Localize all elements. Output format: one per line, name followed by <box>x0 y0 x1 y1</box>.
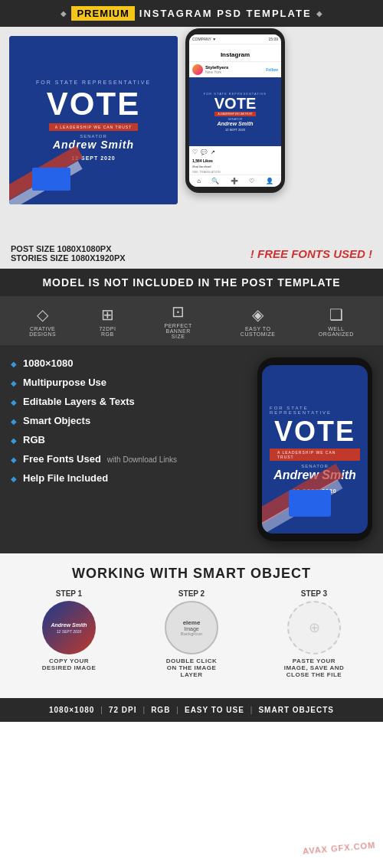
p2-for-state: FOR STATE REPRESENTATIVE <box>270 406 360 415</box>
banner-icon: ⊡ <box>172 302 185 321</box>
spec-free-fonts-extra: with Download Links <box>107 455 177 464</box>
footer-easy-to-use: EASY TO USE <box>185 706 244 714</box>
step-2-caption: DOUBLE CLICK ON THE IMAGE LAYER <box>161 658 222 678</box>
feature-banner-size: ⊡ PERFECTBANNER SIZE <box>159 302 198 339</box>
dpi-icon: ⊞ <box>101 305 114 324</box>
stories-size-line: STORIES SIZE 1080X1920px <box>11 253 126 263</box>
phone-name: Andrew Smith <box>217 121 253 126</box>
spec-multipurpose-text: Multipurpose Use <box>23 377 106 388</box>
p2-tagline: A LEADERSHIP WE CAN TRUST <box>270 449 360 461</box>
nav-profile-icon[interactable]: 👤 <box>266 178 273 184</box>
phone-date: 12 SEPT 2020 <box>225 128 245 132</box>
preview-area: FOR STATE REPRESENTATIVE VOTE A LEADERSH… <box>0 27 383 241</box>
instagram-logo: Instagram <box>221 51 250 58</box>
diamond-icon: ◆ <box>11 379 17 387</box>
step-2-thumbnail: eleme Image Backgroun <box>165 601 218 654</box>
phone-follow-button[interactable]: Follow <box>266 67 278 72</box>
nav-heart-icon[interactable]: ♡ <box>249 178 254 184</box>
footer-dpi: 72 DPI <box>109 706 137 714</box>
post-name: Andrew Smith <box>53 139 134 151</box>
feature-dpi: ⊞ 72DPIRGB <box>99 305 116 337</box>
header: ◆ PREMIUM INSTAGRAM PSD TEMPLATE ◆ <box>0 0 383 27</box>
spec-help-file-text: Help File Included <box>23 472 108 484</box>
phone-tagline: A LEADERSHIP WE CAN TRUST <box>214 112 255 116</box>
model-banner-text: MODEL IS NOT INCLUDED IN THE POST TEMPLA… <box>11 276 372 289</box>
spec-free-fonts: ◆ Free Fonts Used with Download Links <box>11 453 250 465</box>
step-2-label: STEP 2 <box>178 589 205 598</box>
diamond-left-icon: ◆ <box>61 9 67 18</box>
post-vote-text: VOTE <box>47 88 140 120</box>
footer-rgb: RGB <box>151 706 170 714</box>
step-3: STEP 3 ⊕ PASTE YOUR IMAGE, SAVE AND CLOS… <box>256 589 372 678</box>
phone-see-translation[interactable]: SEE TRANSLATION <box>189 169 281 175</box>
header-title: INSTAGRAM PSD TEMPLATE <box>139 8 312 19</box>
phone-vote: VOTE <box>214 96 256 111</box>
spec-rgb: ◆ RGB <box>11 434 250 445</box>
spec-multipurpose: ◆ Multipurpose Use <box>11 377 250 388</box>
nav-home-icon[interactable]: ⌂ <box>197 178 201 184</box>
creative-icon: ◇ <box>37 305 48 324</box>
spec-free-fonts-text: Free Fonts Used <box>23 453 101 465</box>
feature-organized: ❑ WELLORGANIZED <box>319 305 354 337</box>
feature-creative: ◇ CRATIVEDESIGNS <box>29 305 56 337</box>
phone-time: 15:09 <box>268 37 278 41</box>
watermark: AVAX GFX.COM <box>302 840 375 856</box>
specs-section: ◆ 1080×1080 ◆ Multipurpose Use ◆ Editabl… <box>0 345 383 553</box>
smart-object-title: WORKING WITH SMART OBJECT <box>11 566 372 582</box>
spec-layers-text: Editable Layers & Texts <box>23 396 135 407</box>
diamond-icon: ◆ <box>11 436 17 445</box>
step-1: STEP 1 Andrew Smith 12 SEPT 2020 COPY YO… <box>11 589 127 678</box>
spec-resolution-text: 1080×1080 <box>23 357 73 369</box>
size-info-row: POST SIZE 1080x1080px STORIES SIZE 1080X… <box>0 241 383 269</box>
steps-row: STEP 1 Andrew Smith 12 SEPT 2020 COPY YO… <box>11 589 372 678</box>
spec-rgb-text: RGB <box>23 434 45 445</box>
banner-label: PERFECTBANNER SIZE <box>159 323 198 339</box>
comment-icon[interactable]: 💬 <box>201 149 208 155</box>
diamond-icon: ◆ <box>11 417 17 426</box>
organized-icon: ❑ <box>329 305 343 324</box>
phone-mockup-2: FOR STATE REPRESENTATIVE VOTE A LEADERSH… <box>257 357 372 541</box>
model-banner: MODEL IS NOT INCLUDED IN THE POST TEMPLA… <box>0 269 383 296</box>
step-1-label: STEP 1 <box>56 589 82 598</box>
spec-smart-objects: ◆ Smart Objects <box>11 415 250 426</box>
diamond-icon: ◆ <box>11 455 17 464</box>
phone-screen-2: FOR STATE REPRESENTATIVE VOTE A LEADERSH… <box>262 365 368 534</box>
dpi-label: 72DPIRGB <box>99 326 116 337</box>
phone-mockup-1: COMPANY ▼ 15:09 Instagram Styleflyers Ne… <box>185 28 285 193</box>
step-3-caption: PASTE YOUR IMAGE, SAVE AND CLOSE THE FIL… <box>283 658 345 678</box>
organized-label: WELLORGANIZED <box>319 326 354 337</box>
spec-layers: ◆ Editable Layers & Texts <box>11 396 250 407</box>
step-1-thumbnail: Andrew Smith 12 SEPT 2020 <box>42 601 96 654</box>
diamond-icon: ◆ <box>11 398 17 406</box>
phone-screen-1: COMPANY ▼ 15:09 Instagram Styleflyers Ne… <box>189 34 281 187</box>
phone-company: COMPANY ▼ <box>192 37 216 41</box>
nav-add-icon[interactable]: ➕ <box>231 178 238 184</box>
specs-list: ◆ 1080×1080 ◆ Multipurpose Use ◆ Editabl… <box>11 357 250 491</box>
phone-likes: 1,564 Likes <box>189 158 281 164</box>
footer-smart-objects: SMART OBJECTS <box>258 706 334 714</box>
customize-icon: ◈ <box>252 305 264 324</box>
spec-help-file: ◆ Help File Included <box>11 472 250 484</box>
post-size-value: SIZE 1080x1080px <box>36 244 111 253</box>
features-row: ◇ CRATIVEDESIGNS ⊞ 72DPIRGB ⊡ PERFECTBAN… <box>0 296 383 345</box>
share-icon[interactable]: ↗ <box>211 149 215 155</box>
phone-hashtag: #hat #aroload <box>189 164 281 169</box>
post-mockup: FOR STATE REPRESENTATIVE VOTE A LEADERSH… <box>9 36 178 204</box>
feature-customize: ◈ EASY TOCUSTOMIZE <box>241 305 276 337</box>
premium-badge: PREMIUM <box>71 6 134 21</box>
p2-vote-text: VOTE <box>274 418 355 445</box>
nav-search-icon[interactable]: 🔍 <box>211 178 219 184</box>
diamond-icon: ◆ <box>11 475 17 483</box>
step-2: STEP 2 eleme Image Backgroun DOUBLE CLIC… <box>133 589 250 678</box>
footer-resolution: 1080×1080 <box>49 706 94 714</box>
free-fonts-badge: ! FREE FONTS USED ! <box>250 247 372 260</box>
creative-label: CRATIVEDESIGNS <box>29 326 56 337</box>
heart-icon[interactable]: ♡ <box>192 148 198 155</box>
footer-bar: 1080×1080 | 72 DPI | RGB | EASY TO USE |… <box>0 698 383 722</box>
smart-object-section: WORKING WITH SMART OBJECT STEP 1 Andrew … <box>0 553 383 698</box>
step-3-label: STEP 3 <box>301 589 327 598</box>
phone-post-image: FOR STATE REPRESENTATIVE VOTE A LEADERSH… <box>189 77 281 146</box>
diamond-icon: ◆ <box>11 360 17 368</box>
post-tagline: A LEADERSHIP WE CAN TRUST <box>49 123 138 131</box>
customize-label: EASY TOCUSTOMIZE <box>241 326 276 337</box>
